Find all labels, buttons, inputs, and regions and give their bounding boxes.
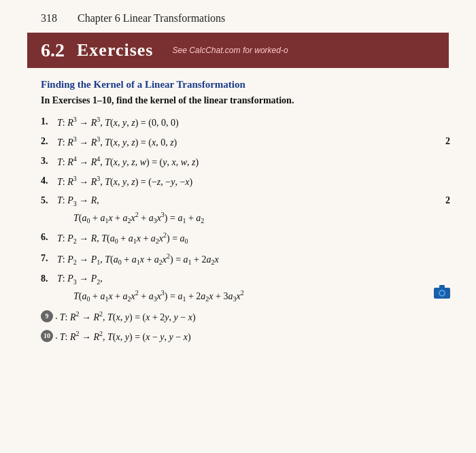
exercise-content: T: R2 → R2, T(x, y) = (x − y, y − x) bbox=[57, 329, 435, 345]
list-item: 4. T: R3 → R3, T(x, y, z) = (−z, −y, −x) bbox=[41, 173, 435, 190]
exercise-number: 4. bbox=[41, 173, 57, 188]
list-item: 9 . T: R2 → R2, T(x, y) = (x + 2y, y − x… bbox=[41, 309, 435, 325]
sub-line: T(a0 + a1x + a2x2 + a3x3) = a1 + a2 bbox=[73, 209, 435, 227]
badge-10: 10 bbox=[41, 330, 53, 342]
exercise-number: 6. bbox=[41, 230, 57, 245]
exercise-number: 2. bbox=[41, 134, 57, 149]
badge-9: 9 bbox=[41, 310, 53, 322]
exercise-number: 5. bbox=[41, 193, 57, 208]
exercise-content: T: P3 → R, T(a0 + a1x + a2x2 + a3x3) = a… bbox=[57, 193, 435, 227]
list-item: 10 . T: R2 → R2, T(x, y) = (x − y, y − x… bbox=[41, 329, 435, 345]
chapter-title: Chapter 6 Linear Transformations bbox=[78, 12, 225, 24]
exercise-content: T: P2 → R, T(a0 + a1x + a2x2) = a0 bbox=[57, 230, 435, 247]
exercise-content: T: R3 → R3, T(x, y, z) = (0, 0, 0) bbox=[57, 114, 435, 131]
sub-line: T(a0 + a1x + a2x2 + a3x3) = a1 + 2a2x + … bbox=[73, 288, 435, 305]
list-item: 8. T: P3 → P2, T(a0 + a1x + a2x2 + a3x3)… bbox=[41, 271, 435, 305]
content: Finding the Kernel of a Linear Transform… bbox=[0, 68, 476, 453]
exercise-number: 10 . bbox=[41, 329, 57, 343]
exercise-content: T: R3 → R3, T(x, y, z) = (x, 0, z) bbox=[57, 134, 435, 150]
list-item: 2. T: R3 → R3, T(x, y, z) = (x, 0, z) 2 bbox=[41, 134, 435, 150]
exercise-number: 3. bbox=[41, 154, 57, 169]
exercise-content: T: R4 → R4, T(x, y, z, w) = (y, x, w, z) bbox=[57, 154, 435, 170]
right-marker-2: 2 bbox=[445, 134, 450, 149]
exercise-content: T: R3 → R3, T(x, y, z) = (−z, −y, −x) bbox=[57, 173, 435, 190]
exercise-number: 9 . bbox=[41, 309, 57, 324]
svg-point-3 bbox=[440, 291, 444, 295]
exercise-content: T: P2 → P1, T(a0 + a1x + a2x2) = a1 + 2a… bbox=[57, 251, 435, 268]
exercise-list: 1. T: R3 → R3, T(x, y, z) = (0, 0, 0) 2.… bbox=[41, 114, 435, 345]
camera-icon bbox=[434, 285, 450, 303]
list-item: 3. T: R4 → R4, T(x, y, z, w) = (y, x, w,… bbox=[41, 154, 435, 170]
list-item: 7. T: P2 → P1, T(a0 + a1x + a2x2) = a1 +… bbox=[41, 251, 435, 268]
calcchat-note: See CalcChat.com for worked-o bbox=[173, 46, 288, 55]
instructions: In Exercises 1–10, find the kernel of th… bbox=[41, 93, 435, 107]
section-subtitle: Finding the Kernel of a Linear Transform… bbox=[41, 79, 435, 90]
exercise-number: 1. bbox=[41, 114, 57, 129]
exercise-number: 8. bbox=[41, 271, 57, 286]
section-title: Exercises bbox=[77, 40, 154, 61]
svg-rect-1 bbox=[439, 285, 445, 288]
exercise-number: 7. bbox=[41, 251, 57, 266]
top-header: 318 Chapter 6 Linear Transformations bbox=[0, 0, 476, 30]
section-header: 6.2 Exercises See CalcChat.com for worke… bbox=[27, 33, 449, 68]
exercise-content: T: P3 → P2, T(a0 + a1x + a2x2 + a3x3) = … bbox=[57, 271, 435, 305]
exercise-content: T: R2 → R2, T(x, y) = (x + 2y, y − x) bbox=[57, 309, 435, 325]
list-item: 6. T: P2 → R, T(a0 + a1x + a2x2) = a0 bbox=[41, 230, 435, 247]
page: 318 Chapter 6 Linear Transformations 6.2… bbox=[0, 0, 476, 453]
page-number: 318 bbox=[41, 12, 57, 24]
list-item: 1. T: R3 → R3, T(x, y, z) = (0, 0, 0) bbox=[41, 114, 435, 131]
section-number: 6.2 bbox=[41, 39, 65, 61]
list-item: 5. T: P3 → R, T(a0 + a1x + a2x2 + a3x3) … bbox=[41, 193, 435, 227]
right-marker-5: 2 bbox=[445, 193, 450, 208]
